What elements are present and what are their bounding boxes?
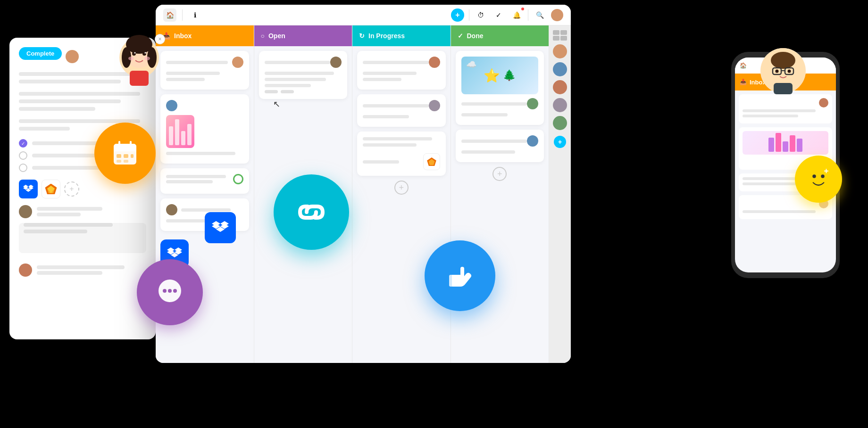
task-card-ip-top (363, 57, 440, 68)
checkbox-unchecked-1[interactable] (19, 151, 27, 160)
done-avatar-2 (527, 135, 538, 147)
task-card[interactable] (160, 51, 249, 90)
phone-line-1 (743, 109, 816, 112)
add-button[interactable]: + (451, 8, 464, 22)
column-body-inprogress: + (352, 46, 451, 363)
phone-card-1[interactable] (739, 94, 832, 123)
svg-point-58 (812, 174, 816, 178)
column-body-done: ☁️ ⭐ 🌲 (451, 46, 549, 363)
phone-avatar-row-1 (743, 98, 828, 107)
search-icon[interactable]: 🔍 (533, 8, 546, 22)
card-green-line-1 (166, 175, 226, 178)
user-name-line-2 (37, 265, 125, 269)
column-done: ✓ Done ☁️ ⭐ 🌲 (451, 25, 550, 363)
ip-line-2 (363, 78, 401, 81)
inbox-label: Inbox (174, 32, 192, 40)
column-inprogress: ↻ In Progress (352, 25, 451, 363)
dropbox-attachment[interactable] (19, 180, 38, 198)
task-card-green[interactable] (160, 168, 249, 194)
complete-button[interactable]: Complete (19, 47, 62, 60)
topbar-divider-1 (182, 9, 183, 21)
sketch-attachment[interactable] (42, 180, 60, 198)
phone-mini-chart (743, 131, 828, 155)
phone-bar-2 (776, 133, 781, 152)
comment-box[interactable] (19, 223, 146, 253)
done-line-2 (461, 150, 515, 154)
svg-rect-56 (774, 83, 793, 94)
avatar (66, 50, 79, 63)
checkbox-checked[interactable] (19, 139, 27, 148)
phone-bar-3 (783, 141, 788, 152)
chart-bar-2 (175, 119, 179, 145)
svg-point-54 (776, 70, 779, 73)
ip-line-5 (363, 160, 399, 164)
card-line-2 (166, 78, 205, 81)
user-avatar-topbar[interactable] (551, 9, 563, 21)
done-label: Done (467, 32, 484, 40)
board-topbar: 🏠 ℹ + ⏱ ✓ 🔔 🔍 (156, 5, 571, 25)
home-icon[interactable]: 🏠 (163, 8, 176, 22)
notification-icon[interactable]: 🔔 (510, 8, 523, 22)
card-4-title (181, 208, 231, 212)
tree-emoji: 🌲 (503, 69, 516, 82)
topbar-right: + ⏱ ✓ 🔔 🔍 (451, 8, 563, 22)
add-task-button-done[interactable]: + (492, 167, 507, 181)
task-card-ip-top-3 (363, 137, 440, 149)
task-card-ip-2[interactable] (357, 94, 446, 127)
svg-rect-36 (124, 160, 128, 163)
user-avatar-2 (19, 263, 32, 277)
add-attachment-button[interactable]: + (64, 181, 79, 197)
open-card-title (265, 61, 331, 64)
ip-line-4 (363, 143, 417, 147)
task-card-ip-3[interactable] (357, 132, 446, 176)
svg-point-57 (806, 166, 831, 192)
board-sidebar: + (549, 25, 571, 363)
ip-title-3 (363, 137, 432, 140)
star-emoji: ⭐ (484, 68, 500, 83)
card-line-1 (166, 72, 220, 75)
ip-line-1 (363, 72, 417, 75)
sidebar-avatar-2 (553, 62, 567, 76)
svg-rect-32 (117, 154, 121, 158)
phone-bar-4 (790, 135, 795, 152)
dropbox-float (205, 212, 236, 243)
emoji-float (795, 156, 842, 203)
calendar-float (94, 123, 156, 184)
ip-avatar-2 (429, 100, 440, 111)
svg-point-17 (128, 57, 134, 60)
add-task-button-ip[interactable]: + (394, 181, 409, 195)
card-green-line-2 (166, 180, 213, 183)
task-card-chart-top (166, 100, 243, 111)
timer-icon[interactable]: ⏱ (474, 8, 487, 22)
open-icon: ○ (261, 32, 265, 40)
column-header-open: ○ Open (254, 25, 352, 46)
phone-inbox-icon: 📥 (740, 79, 747, 85)
column-header-inbox: 📥 Inbox (156, 25, 254, 46)
task-card-open-1[interactable] (259, 51, 348, 99)
task-card-done-2[interactable] (456, 130, 544, 162)
svg-point-40 (168, 289, 172, 293)
phone-line-5 (743, 210, 816, 213)
task-card-ip-1[interactable] (357, 51, 446, 90)
task-card-top (166, 57, 243, 68)
task-card-chart[interactable] (160, 94, 249, 164)
open-card-avatar (330, 57, 342, 68)
dot-2 (281, 90, 294, 93)
sidebar-avatar-3 (553, 80, 567, 94)
sidebar-avatar-1 (553, 44, 567, 58)
checkbox-unchecked-2[interactable] (19, 164, 27, 172)
sidebar-avatar-4 (553, 98, 567, 112)
sidebar-add-button[interactable]: + (554, 136, 566, 148)
user-desc-line (37, 271, 102, 275)
card-avatar-2 (166, 100, 177, 111)
check-icon[interactable]: ✓ (492, 8, 505, 22)
sidebar-avatar-5 (553, 116, 567, 130)
close-button[interactable]: × (155, 34, 165, 44)
task-subtitle-line (19, 80, 121, 83)
svg-point-15 (134, 52, 136, 54)
task-card-done-1[interactable]: ☁️ ⭐ 🌲 (456, 51, 544, 125)
phone-bar-1 (768, 138, 774, 152)
info-icon[interactable]: ℹ (188, 8, 201, 22)
column-header-inprogress: ↻ In Progress (352, 25, 451, 46)
phone-line-2 (743, 115, 798, 117)
